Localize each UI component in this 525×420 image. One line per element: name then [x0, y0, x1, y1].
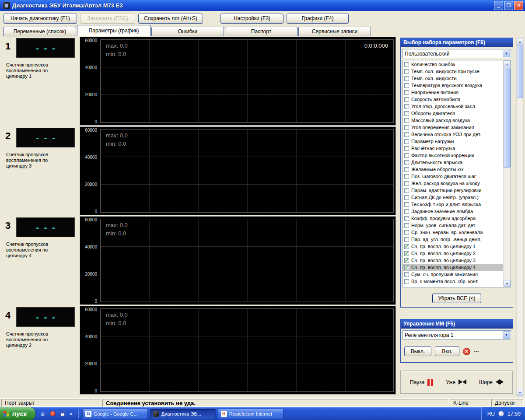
chevron-down-icon[interactable]: ▼ — [503, 50, 510, 57]
param-checkbox[interactable] — [404, 83, 409, 88]
pause-icon[interactable] — [427, 379, 433, 386]
param-row[interactable]: Угол опережения зажигания — [403, 124, 503, 131]
scroll-up-icon[interactable]: ▲ — [504, 60, 511, 67]
param-row[interactable]: Тек.коэф-т кор-и длит. впрыска — [403, 201, 503, 208]
scrollbar-thumb[interactable] — [517, 46, 523, 98]
im-off-button[interactable]: Выкл. — [404, 346, 431, 356]
param-row[interactable]: Темп. охл. жидкости — [403, 75, 503, 82]
param-row[interactable]: Парам. адаптации регулировки — [403, 187, 503, 194]
param-row[interactable]: Параметр нагрузки — [403, 138, 503, 145]
wider-control[interactable]: Шире — [479, 379, 504, 386]
param-row[interactable]: Напряжение питания — [403, 89, 503, 96]
param-row[interactable]: Поз. шагового двигателя шаг — [403, 173, 503, 180]
wider-icon[interactable] — [496, 379, 504, 386]
im-on-button[interactable]: Вкл. — [435, 346, 459, 356]
red-app-icon[interactable] — [49, 410, 56, 417]
im-dropdown[interactable]: Реле вентилятора 1 ▼ — [402, 330, 511, 340]
param-checkbox[interactable] — [404, 118, 409, 123]
param-checkbox[interactable] — [404, 209, 409, 214]
param-checkbox[interactable] — [404, 90, 409, 95]
param-checkbox[interactable] — [404, 69, 409, 74]
param-row[interactable]: Сум. сч. пропусков зажигания — [403, 271, 503, 278]
taskbar-app-rostelecom[interactable]: R Rostelecom Internet — [218, 409, 284, 419]
param-checkbox[interactable] — [404, 125, 409, 130]
window-scrollbar[interactable]: ▲ ▼ — [516, 38, 524, 396]
param-row[interactable]: Температура впускного воздуха — [403, 82, 503, 89]
param-row[interactable]: Скорость автомобиля — [403, 96, 503, 103]
param-row[interactable]: Величина отскока УОЗ при дет. — [403, 131, 503, 138]
param-checkbox[interactable] — [404, 76, 409, 81]
param-checkbox[interactable] — [404, 181, 409, 186]
restore-button-icon[interactable]: ❐ — [504, 1, 513, 10]
tab-parameters-graph[interactable]: Параметры (график) — [77, 25, 150, 36]
param-row[interactable]: Угол откр. дроссельной засл. — [403, 103, 503, 110]
param-checkbox[interactable] — [404, 216, 409, 221]
param-checkbox[interactable] — [404, 272, 409, 277]
param-checkbox[interactable] — [404, 139, 409, 144]
param-set-dropdown[interactable]: Пользовательский ▼ — [402, 49, 511, 58]
param-checkbox[interactable] — [404, 188, 409, 193]
taskbar-app-google[interactable]: G Google - Google C... — [82, 409, 148, 419]
param-list-scrollbar[interactable]: ▲ ▼ — [503, 60, 511, 287]
start-diagnostics-button[interactable]: Начать диагностику (F1) — [4, 14, 77, 24]
quicklaunch-more-icon[interactable]: » — [69, 410, 72, 417]
save-disk-icon[interactable] — [59, 410, 66, 417]
param-checkbox[interactable] — [404, 230, 409, 235]
param-row[interactable]: Сч. пр. воспл. по цилиндру 2 — [403, 250, 503, 257]
graphs-button[interactable]: Графики (F4) — [287, 14, 349, 24]
param-row[interactable]: Сигнал ДК до нейтр. (управл.) — [403, 194, 503, 201]
param-checkbox[interactable] — [404, 111, 409, 116]
param-checkbox[interactable] — [404, 202, 409, 207]
param-checkbox[interactable] — [404, 153, 409, 158]
param-row[interactable]: Норм. уров. сигнала дат. дет. — [403, 222, 503, 229]
tray-icon[interactable] — [498, 411, 504, 416]
param-checkbox[interactable] — [404, 237, 409, 242]
close-button-icon[interactable]: ✕ — [514, 1, 523, 10]
param-checkbox[interactable] — [404, 97, 409, 102]
param-row[interactable]: Расчётная нагрузка — [403, 145, 503, 152]
param-row[interactable]: Массовый расход воздуха — [403, 117, 503, 124]
param-row[interactable]: Длительность впрыска — [403, 159, 503, 166]
narrower-control[interactable]: Уже — [446, 379, 466, 386]
scroll-down-icon[interactable]: ▼ — [504, 280, 511, 287]
param-row[interactable]: Темп. охл. жидкости при пуске — [403, 68, 503, 75]
save-log-button[interactable]: Сохранить лог (Alt+S) — [138, 14, 203, 24]
language-indicator[interactable]: RU — [487, 411, 495, 417]
param-row[interactable]: Пар. ад. угл. погр. .венца демп. — [403, 236, 503, 243]
param-row[interactable]: Заданное значение лямбда — [403, 208, 503, 215]
param-row[interactable]: Количество ошибок — [403, 61, 503, 68]
param-row[interactable]: Сч. пр. воспл. по цилиндру 3 — [403, 257, 503, 264]
param-row[interactable]: Жел. расход воздуха на х/ходу — [403, 180, 503, 187]
settings-button[interactable]: Настройки (F3) — [220, 14, 284, 24]
taskbar-app-diagnostics[interactable]: Диагностика ЭБ... — [150, 409, 216, 419]
remove-all-button[interactable]: Убрать ВСЕ (<) — [432, 294, 481, 303]
param-row[interactable]: Сч. пр. воспл. по цилиндру 4 — [403, 264, 503, 271]
param-checkbox[interactable] — [404, 279, 409, 284]
param-checkbox[interactable] — [404, 244, 409, 249]
param-row[interactable]: Ср. знач. неравн. вр. коленвала — [403, 229, 503, 236]
pause-control[interactable]: Пауза — [410, 379, 433, 386]
param-row[interactable]: Сч. пр. воспл. по цилиндру 1 — [403, 243, 503, 250]
tab-errors[interactable]: Ошибки — [151, 27, 224, 36]
scrollbar-thumb[interactable] — [504, 68, 511, 168]
param-checkbox[interactable] — [404, 195, 409, 200]
param-checkbox[interactable] — [404, 223, 409, 228]
param-checkbox[interactable] — [404, 146, 409, 151]
param-checkbox[interactable] — [404, 132, 409, 137]
param-checkbox[interactable] — [404, 160, 409, 165]
start-button[interactable]: пуск — [0, 407, 35, 420]
param-row[interactable]: Желаемые обороты х/х — [403, 166, 503, 173]
narrower-icon[interactable] — [458, 379, 466, 386]
param-row[interactable]: Обороты двигателя — [403, 110, 503, 117]
finish-button[interactable]: Закончить (ESC) — [80, 14, 135, 24]
param-row[interactable]: Коэфф. продувки адсорбера — [403, 215, 503, 222]
param-row[interactable]: Вр. с момента посл. сбр. конт. — [403, 278, 503, 285]
tab-variables-list[interactable]: Переменные (список) — [4, 27, 76, 36]
scroll-up-icon[interactable]: ▲ — [517, 38, 523, 45]
param-checkbox[interactable] — [404, 174, 409, 179]
scroll-down-icon[interactable]: ▼ — [517, 389, 523, 396]
param-checkbox[interactable] — [404, 104, 409, 109]
param-checkbox[interactable] — [404, 265, 409, 270]
browser-icon[interactable]: e — [39, 410, 46, 417]
param-checkbox[interactable] — [404, 258, 409, 263]
